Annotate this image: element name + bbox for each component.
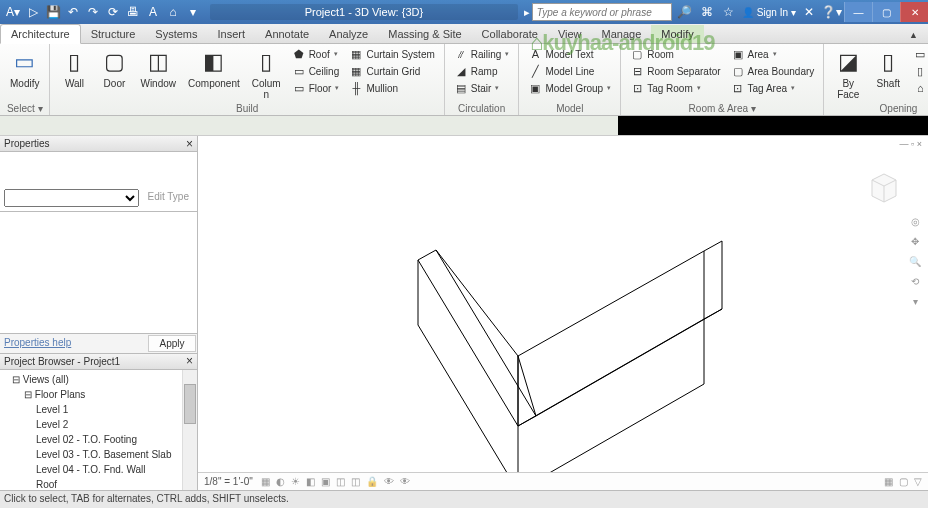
close-button[interactable]: ✕ <box>900 2 928 22</box>
tab-analyze[interactable]: Analyze <box>319 25 378 43</box>
mullion-button[interactable]: ╫Mullion <box>346 80 437 96</box>
tab-manage[interactable]: Manage <box>592 25 652 43</box>
home-icon[interactable]: ⌂ <box>164 3 182 21</box>
tree-item[interactable]: Level 02 - T.O. Footing <box>4 432 193 447</box>
view-cube[interactable] <box>864 166 904 206</box>
app-menu-button[interactable]: A▾ <box>4 3 22 21</box>
scale-display[interactable]: 1/8" = 1'-0" <box>204 476 253 487</box>
visual-style-icon[interactable]: ◐ <box>276 476 285 487</box>
reveal-icon[interactable]: 👁 <box>400 476 410 487</box>
shadows-icon[interactable]: ◧ <box>306 476 315 487</box>
room-separator-button[interactable]: ⊟Room Separator <box>627 63 723 79</box>
ramp-button[interactable]: ◢Ramp <box>451 63 513 79</box>
tree-floor-plans[interactable]: ⊟ Floor Plans <box>4 387 193 402</box>
viewport-3d[interactable]: — ▫ × ◎ ✥ 🔍 ⟲ <box>198 136 928 490</box>
tree-item[interactable]: Level 1 <box>4 402 193 417</box>
crop-visible-icon[interactable]: ◫ <box>351 476 360 487</box>
properties-close-icon[interactable]: × <box>186 137 193 151</box>
component-button[interactable]: ◧Component <box>184 46 244 91</box>
temp-hide-icon[interactable]: 👁 <box>384 476 394 487</box>
edit-type-button[interactable]: Edit Type <box>143 189 193 207</box>
tab-insert[interactable]: Insert <box>208 25 256 43</box>
by-face-button[interactable]: ◪By Face <box>830 46 866 102</box>
apply-button[interactable]: Apply <box>148 335 196 352</box>
zoom-icon[interactable]: 🔍 <box>908 256 922 270</box>
shaft-button[interactable]: ▯Shaft <box>870 46 906 91</box>
model-group-button[interactable]: ▣Model Group▾ <box>525 80 614 96</box>
tab-collaborate[interactable]: Collaborate <box>472 25 548 43</box>
curtain-grid-button[interactable]: ▦Curtain Grid <box>346 63 437 79</box>
open-icon[interactable]: ▷ <box>24 3 42 21</box>
tab-massing[interactable]: Massing & Site <box>378 25 471 43</box>
help-icon[interactable]: ❔▾ <box>822 3 840 21</box>
tab-structure[interactable]: Structure <box>81 25 146 43</box>
stair-button[interactable]: ▤Stair▾ <box>451 80 513 96</box>
browser-header[interactable]: Project Browser - Project1 × <box>0 354 197 370</box>
sign-in-button[interactable]: 👤 Sign In ▾ <box>742 7 796 18</box>
type-selector[interactable] <box>4 189 139 207</box>
browser-close-icon[interactable]: × <box>186 354 193 368</box>
area-button[interactable]: ▣Area▾ <box>728 46 818 62</box>
tab-modify[interactable]: Modify <box>651 25 703 43</box>
rendering-icon[interactable]: ▣ <box>321 476 330 487</box>
redo-icon[interactable]: ↷ <box>84 3 102 21</box>
exchange-icon[interactable]: ✕ <box>800 3 818 21</box>
wall-button[interactable]: ▯Wall <box>56 46 92 91</box>
sun-path-icon[interactable]: ☀ <box>291 476 300 487</box>
tree-item[interactable]: Level 2 <box>4 417 193 432</box>
tab-architecture[interactable]: Architecture <box>0 24 81 44</box>
measure-icon[interactable]: A <box>144 3 162 21</box>
ribbon-collapse-icon[interactable]: ▲ <box>899 27 928 43</box>
column-button[interactable]: ▯Colum n <box>248 46 285 102</box>
lock-icon[interactable]: 🔒 <box>366 476 378 487</box>
roof-button[interactable]: ⬟Roof▾ <box>289 46 343 62</box>
pan-icon[interactable]: ✥ <box>908 236 922 250</box>
maximize-button[interactable]: ▢ <box>872 2 900 22</box>
browser-scrollbar[interactable] <box>182 370 197 491</box>
scrollbar-thumb[interactable] <box>184 384 196 424</box>
print-icon[interactable]: 🖶 <box>124 3 142 21</box>
area-boundary-button[interactable]: ▢Area Boundary <box>728 63 818 79</box>
ceiling-button[interactable]: ▭Ceiling <box>289 63 343 79</box>
worksets-icon[interactable]: ▦ <box>884 476 893 487</box>
tree-item[interactable]: Level 04 - T.O. Fnd. Wall <box>4 462 193 477</box>
detail-level-icon[interactable]: ▦ <box>261 476 270 487</box>
key-icon[interactable]: ⌘ <box>698 3 716 21</box>
orbit-icon[interactable]: ⟲ <box>908 276 922 290</box>
dormer-button[interactable]: ⌂Dormer <box>910 80 928 96</box>
railing-button[interactable]: ⫽Railing▾ <box>451 46 513 62</box>
vertical-button[interactable]: ▯Vertical <box>910 63 928 79</box>
properties-help-link[interactable]: Properties help <box>0 334 147 353</box>
floor-button[interactable]: ▭Floor▾ <box>289 80 343 96</box>
save-icon[interactable]: 💾 <box>44 3 62 21</box>
model-line-button[interactable]: ╱Model Line <box>525 63 614 79</box>
tab-annotate[interactable]: Annotate <box>255 25 319 43</box>
curtain-system-button[interactable]: ▦Curtain System <box>346 46 437 62</box>
modify-button[interactable]: ▭ Modify <box>6 46 43 91</box>
binoculars-icon[interactable]: 🔎 <box>676 3 694 21</box>
properties-header[interactable]: Properties × <box>0 136 197 152</box>
tab-systems[interactable]: Systems <box>145 25 207 43</box>
steering-wheel-icon[interactable]: ◎ <box>908 216 922 230</box>
help-search-input[interactable] <box>532 3 672 21</box>
tree-item[interactable]: Level 03 - T.O. Basement Slab <box>4 447 193 462</box>
tag-room-button[interactable]: ⊡Tag Room▾ <box>627 80 723 96</box>
undo-icon[interactable]: ↶ <box>64 3 82 21</box>
tree-views[interactable]: ⊟ Views (all) <box>4 372 193 387</box>
tag-area-button[interactable]: ⊡Tag Area▾ <box>728 80 818 96</box>
tab-view[interactable]: View <box>548 25 592 43</box>
room-button[interactable]: ▢Room <box>627 46 723 62</box>
filter-icon[interactable]: ▽ <box>914 476 922 487</box>
crop-icon[interactable]: ◫ <box>336 476 345 487</box>
sync-icon[interactable]: ⟳ <box>104 3 122 21</box>
star-icon[interactable]: ☆ <box>720 3 738 21</box>
window-button[interactable]: ◫Window <box>136 46 180 91</box>
opening-wall-button[interactable]: ▭Wall <box>910 46 928 62</box>
minimize-button[interactable]: — <box>844 2 872 22</box>
qat-more-icon[interactable]: ▾ <box>184 3 202 21</box>
model-text-button[interactable]: AModel Text <box>525 46 614 62</box>
tree-item[interactable]: Roof <box>4 477 193 491</box>
door-button[interactable]: ▢Door <box>96 46 132 91</box>
design-options-icon[interactable]: ▢ <box>899 476 908 487</box>
nav-more-icon[interactable]: ▾ <box>908 296 922 310</box>
